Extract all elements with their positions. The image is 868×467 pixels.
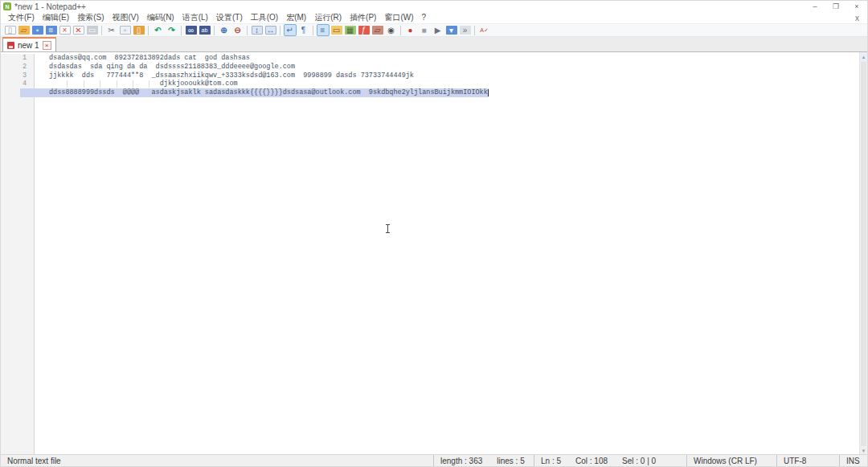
tab-bar: new 1 × bbox=[1, 37, 867, 52]
menu-item-search[interactable]: 搜索(S) bbox=[73, 12, 108, 23]
notepad-plus-plus-window: N *new 1 - Notepad++ – ❐ × x 文件(F)编辑(E)搜… bbox=[0, 0, 868, 467]
status-cursor-position: Ln : 5 Col : 108 Sel : 0 | 0 bbox=[534, 455, 686, 466]
toolbar-separator bbox=[313, 26, 313, 35]
redo-icon[interactable]: ↷ bbox=[166, 24, 178, 36]
line-number: 1 bbox=[1, 54, 35, 63]
editor-line-3[interactable]: 3 jjkkkk dds 777444**8 _dssaaszhxiikqwv_… bbox=[1, 72, 867, 80]
vertical-scrollbar[interactable]: ▲ ▼ bbox=[859, 52, 867, 456]
minimize-button[interactable]: – bbox=[805, 1, 825, 12]
macro-record-icon[interactable]: ● bbox=[404, 24, 417, 36]
editor-line-5-current[interactable]: 5 ddss8888999dssds @@@@ asdaskjsaklk sad… bbox=[1, 88, 867, 97]
line-number: 5 bbox=[1, 88, 35, 97]
word-wrap-icon[interactable]: ↵ bbox=[284, 24, 297, 36]
status-encoding[interactable]: UTF-8 bbox=[776, 455, 839, 466]
status-eol-format[interactable]: Windows (CR LF) bbox=[686, 455, 776, 466]
col-label: Col : 108 bbox=[575, 457, 608, 465]
editor-line-2[interactable]: 2 dsdasdas sda qing da da dsdssss2118838… bbox=[1, 63, 867, 72]
zoom-in-icon[interactable]: ⊕ bbox=[218, 24, 231, 36]
window-controls: – ❐ × bbox=[805, 1, 867, 12]
tab-close-icon[interactable]: × bbox=[43, 41, 51, 50]
zoom-out-icon[interactable]: ⊖ bbox=[231, 24, 244, 36]
macro-stop-icon[interactable]: ■ bbox=[418, 24, 431, 36]
folder-as-workspace-icon[interactable]: ▱ bbox=[371, 24, 384, 36]
print-icon[interactable]: ▭ bbox=[86, 24, 99, 36]
indent-guide bbox=[149, 80, 149, 88]
user-define-dialog-icon[interactable]: ▭ bbox=[330, 24, 343, 36]
open-folder-icon[interactable]: ▱ bbox=[18, 24, 31, 36]
document-close-icon[interactable]: x bbox=[847, 14, 867, 23]
indent-guide bbox=[133, 80, 133, 88]
macro-run-multiple-icon[interactable]: » bbox=[459, 24, 472, 36]
encoding-label: UTF-8 bbox=[784, 457, 806, 465]
menu-item-run[interactable]: 运行(R) bbox=[310, 12, 346, 23]
menu-item-settings[interactable]: 设置(T) bbox=[212, 12, 247, 23]
menu-item-macro[interactable]: 宏(M) bbox=[282, 12, 310, 23]
window-title: *new 1 - Notepad++ bbox=[14, 2, 86, 11]
macro-save-icon[interactable]: ▾ bbox=[445, 24, 458, 36]
function-list-icon[interactable]: ƒ bbox=[358, 24, 371, 36]
scrollbar-thumb[interactable] bbox=[861, 62, 866, 446]
ins-label: INS bbox=[846, 457, 860, 465]
line-text: jjkkkk dds 777444**8 _dssaaszhxiikqwv_+3… bbox=[35, 72, 414, 80]
sel-label: Sel : 0 | 0 bbox=[622, 457, 656, 465]
document-map-icon[interactable]: ▦ bbox=[344, 24, 357, 36]
new-file-icon[interactable]: ▯ bbox=[4, 24, 17, 36]
indent-guide bbox=[100, 80, 100, 88]
toolbar-separator bbox=[181, 26, 182, 35]
close-all-icon[interactable]: ✕ bbox=[72, 24, 85, 36]
macro-play-icon[interactable]: ▶ bbox=[432, 24, 444, 36]
editor-empty-area[interactable] bbox=[1, 97, 867, 454]
close-button[interactable]: × bbox=[846, 1, 867, 12]
close-icon[interactable]: × bbox=[59, 24, 72, 36]
unsaved-file-icon bbox=[7, 42, 14, 49]
menu-item-file[interactable]: 文件(F) bbox=[4, 12, 39, 23]
find-icon[interactable]: ∞ bbox=[185, 24, 198, 36]
editor-line-1[interactable]: 1 dsadass@qq.com 892372813892dads cat go… bbox=[1, 54, 867, 63]
ln-label: Ln : 5 bbox=[541, 457, 561, 465]
copy-icon[interactable]: ▫ bbox=[119, 24, 132, 36]
mouse-ibeam-cursor bbox=[385, 224, 391, 233]
sync-scroll-horizontal-icon[interactable]: ↔ bbox=[264, 24, 277, 36]
title-bar: N *new 1 - Notepad++ – ❐ × bbox=[1, 1, 867, 12]
tab-label: new 1 bbox=[18, 41, 39, 50]
undo-icon[interactable]: ↶ bbox=[152, 24, 165, 36]
line-number: 4 bbox=[1, 80, 35, 88]
save-icon[interactable]: ▪ bbox=[31, 24, 44, 36]
menu-item-help[interactable]: ? bbox=[418, 12, 431, 23]
menu-item-encoding[interactable]: 编码(N) bbox=[143, 12, 178, 23]
scroll-up-icon[interactable]: ▲ bbox=[860, 52, 867, 62]
monitoring-eye-icon[interactable]: ◉ bbox=[385, 24, 398, 36]
toolbar-separator bbox=[148, 26, 149, 35]
tab-new-1[interactable]: new 1 × bbox=[2, 37, 56, 51]
toolbar-separator bbox=[101, 26, 102, 35]
toolbar: ▯▱▪≡×✕▭✂▫▯↶↷∞ab⊕⊖↕↔↵¶≡▭▦ƒ▱◉●■▶▾»A✓ bbox=[1, 23, 867, 37]
restore-button[interactable]: ❐ bbox=[825, 1, 846, 12]
menu-item-window[interactable]: 窗口(W) bbox=[380, 12, 417, 23]
show-all-characters-icon[interactable]: ¶ bbox=[297, 24, 310, 36]
menu-item-language[interactable]: 语言(L) bbox=[178, 12, 212, 23]
paste-icon[interactable]: ▯ bbox=[133, 24, 145, 36]
status-insert-mode[interactable]: INS bbox=[839, 455, 867, 466]
menu-item-tools[interactable]: 工具(O) bbox=[247, 12, 282, 23]
eol-label: Windows (CR LF) bbox=[694, 457, 757, 465]
cut-icon[interactable]: ✂ bbox=[105, 24, 118, 36]
toolbar-separator bbox=[214, 26, 215, 35]
line-text: djkkjoooukk@tom.com bbox=[35, 80, 238, 88]
indent-guide bbox=[117, 80, 117, 88]
menu-item-view[interactable]: 视图(V) bbox=[108, 12, 142, 23]
menu-item-plugins[interactable]: 插件(P) bbox=[346, 12, 380, 23]
line-text: dsadass@qq.com 892372813892dads cat god … bbox=[35, 54, 250, 63]
toolbar-separator bbox=[400, 26, 401, 35]
gutter-fill bbox=[1, 97, 35, 454]
editor-line-4[interactable]: 4 djkkjoooukk@tom.com bbox=[1, 80, 867, 88]
status-doc-metrics: length : 363 lines : 5 bbox=[433, 455, 534, 466]
line-number: 2 bbox=[1, 63, 35, 72]
menu-item-edit[interactable]: 编辑(E) bbox=[39, 12, 73, 23]
editor-area[interactable]: 1 dsadass@qq.com 892372813892dads cat go… bbox=[1, 52, 867, 456]
indent-guide bbox=[84, 80, 84, 88]
spell-check-icon[interactable]: A✓ bbox=[478, 24, 491, 36]
save-all-icon[interactable]: ≡ bbox=[45, 24, 58, 36]
sync-scroll-vertical-icon[interactable]: ↕ bbox=[251, 24, 264, 36]
replace-icon[interactable]: ab bbox=[199, 24, 211, 36]
show-indent-guide-icon[interactable]: ≡ bbox=[317, 24, 330, 36]
